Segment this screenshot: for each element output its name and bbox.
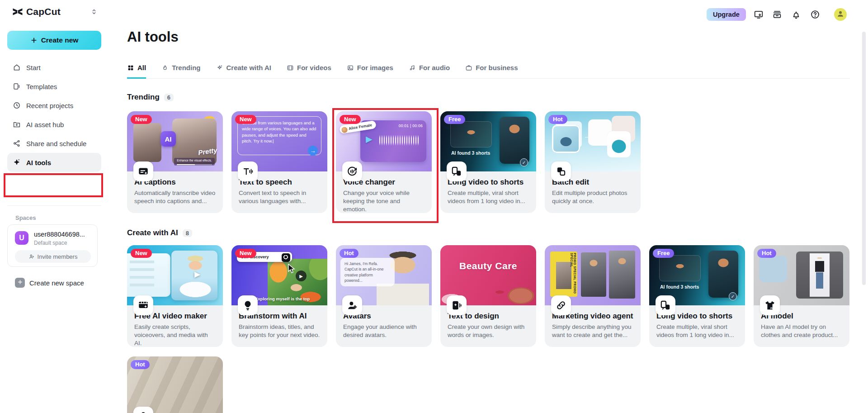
spaces-label: Spaces [15, 214, 36, 221]
sidebar-item-recent-projects[interactable]: Recent projects [7, 96, 101, 115]
tool-card[interactable]: Beauty Care Text to design Create your o… [440, 245, 536, 347]
tool-card[interactable]: Hot → Batch edit Edit multiple product p… [545, 111, 641, 213]
templates-icon [13, 82, 21, 90]
tool-description: Create multiple, viral short videos from… [448, 189, 529, 205]
card-badge: Free [653, 249, 674, 258]
sidebar: Create new Start Templates Recent projec… [0, 24, 108, 413]
space-name: user888046698... [34, 231, 85, 238]
tool-card[interactable]: New AIPrettyEnhance the visual effects. … [127, 111, 223, 213]
home-icon [13, 63, 21, 71]
tab-for-audio[interactable]: For audio [409, 64, 450, 79]
tab-create-with-ai[interactable]: Create with AI [216, 64, 271, 79]
avatar-chat-bubble: Hi James, I'm Refa. CapCut is an all-in-… [340, 258, 395, 286]
tab-for-business[interactable]: For business [465, 64, 518, 79]
card-badge: New [235, 249, 256, 258]
tab-all[interactable]: All [127, 64, 146, 79]
sidebar-item-label: AI tools [26, 159, 51, 166]
page-title: AI tools [127, 29, 179, 45]
tool-description: Have an AI model try on clothes and crea… [761, 323, 842, 339]
tab-for-videos[interactable]: For videos [287, 64, 331, 79]
design-headline: Beauty Care [440, 261, 536, 271]
section-count-badge: 6 [164, 94, 174, 101]
create-new-label: Create new [41, 36, 79, 44]
invite-members-label: Invite members [38, 253, 78, 260]
space-subtitle: Default space [34, 240, 67, 246]
sidebar-item-label: Start [26, 64, 41, 71]
sparkle-outline-icon [216, 64, 223, 71]
card-badge: New [131, 115, 152, 124]
tool-description: Simply describe anything you want to cre… [552, 323, 633, 339]
ai-tools-highlight-ring [4, 173, 103, 197]
help-icon[interactable] [810, 9, 820, 19]
tool-card[interactable]: Free AI found 3 shorts✓ Long video to sh… [440, 111, 536, 213]
create-new-button[interactable]: Create new [7, 31, 101, 50]
video-to-shorts-icon [447, 161, 467, 181]
notifications-bell-icon[interactable] [791, 9, 801, 19]
tool-card[interactable]: Hot [127, 356, 223, 413]
invite-members-button[interactable]: Invite members [15, 250, 91, 263]
section-title: Trending [127, 93, 160, 102]
promo-poster: PROMO SPECIAL PROMO SPECIAL [550, 252, 577, 297]
tool-description: Create multiple, viral short videos from… [656, 323, 738, 339]
tab-for-images[interactable]: For images [347, 64, 393, 79]
check-icon: ✓ [729, 292, 737, 300]
space-avatar: U [15, 231, 28, 245]
capcut-logo-text: CapCut [26, 6, 61, 17]
tab-label: Trending [172, 64, 200, 71]
tool-card[interactable]: New Choose from various languages and a … [231, 111, 327, 213]
card-badge: Hot [757, 249, 776, 258]
text-to-speech-icon [238, 161, 258, 181]
section-header-trending: Trending 6 [127, 93, 174, 102]
card-row: New AIPrettyEnhance the visual effects. … [127, 111, 641, 213]
tool-card[interactable]: Hot AI AI model Have an AI model try on … [754, 245, 849, 347]
person-icon [836, 9, 845, 20]
time-code: 00:01 | 00:06 [399, 123, 423, 128]
tool-card[interactable]: Free AI found 3 shorts✓ Long video to sh… [649, 245, 745, 347]
create-new-space-button[interactable]: Create new space [15, 278, 84, 288]
card-badge: New [235, 115, 256, 124]
ai-sticker: AI [160, 131, 176, 147]
tool-card[interactable]: New Alice Female00:01 | 00:06▶ Voice cha… [336, 111, 432, 213]
workspace-switcher-chevron-icon[interactable] [90, 8, 98, 15]
account-avatar[interactable] [834, 8, 847, 21]
sidebar-item-share-and-schedule[interactable]: Share and schedule [7, 134, 101, 153]
desktop-download-icon[interactable] [754, 9, 764, 19]
sidebar-item-start[interactable]: Start [7, 58, 101, 77]
sidebar-item-templates[interactable]: Templates [7, 77, 101, 96]
upgrade-button[interactable]: Upgrade [707, 8, 746, 21]
space-card[interactable]: U user888046698... Default space Invite … [7, 224, 98, 267]
tool-card[interactable]: PROMO SPECIAL PROMO SPECIAL Marketing vi… [545, 245, 641, 347]
music-icon [409, 64, 416, 71]
folder-plus-icon [13, 120, 21, 128]
tshirt-ai-icon: AI [760, 295, 780, 315]
card-badge: Hot [131, 360, 150, 369]
tool-description: Change your voice while keeping the tone… [343, 189, 425, 214]
card-badge: New [340, 115, 361, 124]
section-header-create-with-ai: Create with AI 8 [127, 228, 192, 237]
tool-card[interactable]: New ▶ Free AI video maker Easily create … [127, 245, 223, 347]
sidebar-item-ai-asset-hub[interactable]: AI asset hub [7, 115, 101, 134]
plus-icon [15, 278, 25, 288]
tool-card[interactable]: Hot Hi James, I'm Refa. CapCut is an all… [336, 245, 432, 347]
plus-icon [30, 37, 38, 44]
card-badge: New [131, 249, 152, 258]
card-badge: Hot [548, 115, 567, 124]
tool-description: Create your own design with words or ima… [448, 323, 529, 339]
tool-card[interactable]: New Self-discoveryExploring myself is th… [231, 245, 327, 347]
video-maker-icon [133, 295, 153, 315]
capcut-logo[interactable]: CapCut [12, 6, 61, 18]
create-new-space-label: Create new space [29, 279, 84, 287]
svg-text:AI: AI [770, 307, 773, 309]
scrollbar[interactable] [862, 32, 866, 285]
section-count-badge: 8 [183, 229, 192, 237]
tab-trending[interactable]: Trending [161, 64, 200, 79]
voice-changer-icon [342, 161, 362, 181]
bulb-icon [238, 295, 258, 315]
archive-drawer-icon[interactable] [772, 9, 782, 19]
tab-bar: All Trending Create with AI For videos F… [127, 64, 850, 79]
sidebar-item-ai-tools[interactable]: AI tools [7, 153, 101, 172]
video-to-shorts-icon [656, 295, 675, 315]
sidebar-item-label: Recent projects [26, 102, 73, 109]
check-icon: ✓ [520, 158, 528, 166]
play-icon: ▶ [296, 271, 307, 281]
